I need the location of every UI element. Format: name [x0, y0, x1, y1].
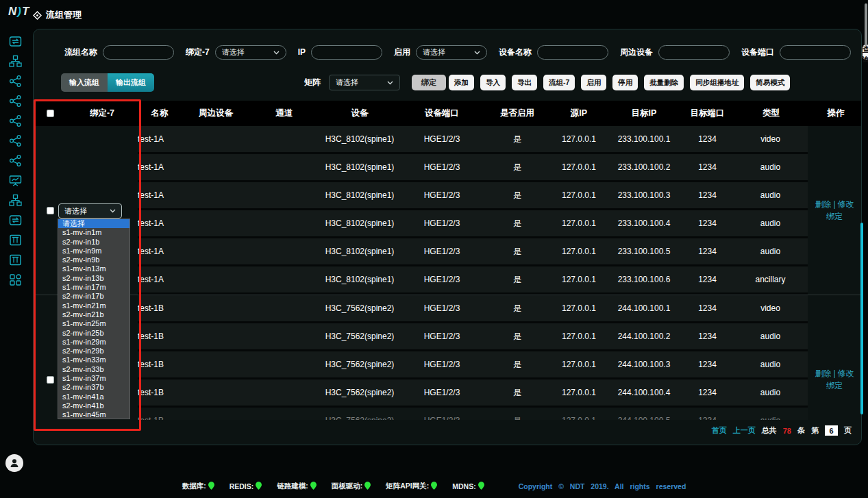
filter-field-4: 启用请选择	[394, 45, 487, 60]
toolbar-button-8[interactable]: 同步组播地址	[690, 75, 744, 90]
toolbar-button-1[interactable]: 添加	[449, 75, 474, 90]
table-row: test-1BH3C_7562(spine2)HGE1/2/3是127.0.0.…	[138, 295, 808, 323]
dropdown-option[interactable]: s2-mv-in21b	[58, 310, 129, 319]
bind-link[interactable]: 绑定	[826, 212, 843, 221]
filter-input[interactable]	[780, 45, 851, 60]
dropdown-option[interactable]: s1-mv-in9m	[58, 247, 129, 256]
delete-link[interactable]: 删除	[815, 369, 831, 378]
panel-grid-icon	[9, 253, 22, 266]
cell-dst-port: 1234	[682, 162, 733, 172]
prev-page-link[interactable]: 上一页	[733, 425, 756, 436]
stream-group-tabs: 输入流组输出流组	[61, 73, 154, 92]
filter-field-5: 设备名称	[499, 45, 608, 60]
filter-select[interactable]: 请选择	[416, 45, 487, 60]
tab-output-stream[interactable]: 输出流组	[108, 73, 154, 92]
tab-input-stream[interactable]: 输入流组	[61, 73, 108, 92]
table-scrollbar[interactable]	[860, 223, 863, 414]
filter-input[interactable]	[537, 45, 608, 60]
service-status-5: 矩阵API网关:	[386, 482, 437, 491]
filter-field-2: 绑定-7请选择	[186, 45, 286, 60]
cell-device-port: HGE1/2/3	[401, 303, 483, 313]
cell-dst-ip: 233.100.100.2	[606, 162, 682, 172]
dropdown-option[interactable]: s2-mv-in17b	[58, 292, 129, 301]
dropdown-option[interactable]: s2-mv-in9b	[58, 256, 129, 264]
dropdown-option[interactable]: s1-mv-in33m	[58, 356, 129, 364]
sidebar-item-12[interactable]	[8, 253, 23, 267]
filter-input[interactable]	[103, 45, 174, 60]
filter-label: 设备名称	[499, 47, 532, 58]
toolbar-button-5[interactable]: 启用	[581, 75, 606, 90]
status-green-pin-icon	[476, 482, 484, 491]
sidebar-item-9[interactable]	[8, 193, 23, 208]
sidebar-item-13[interactable]	[8, 273, 23, 287]
toolbar-button-2[interactable]: 导入	[480, 75, 506, 90]
filter-input[interactable]	[658, 45, 730, 60]
cell-type: audio	[733, 162, 808, 172]
filter-select[interactable]: 请选择	[215, 45, 286, 60]
dropdown-option[interactable]: s1-mv-in25m	[58, 319, 129, 328]
sidebar-item-8[interactable]	[8, 173, 23, 188]
cell-device-port: HGE1/2/3	[401, 388, 483, 397]
group-checkbox[interactable]	[47, 376, 54, 384]
dropdown-option[interactable]: s2-mv-in1b	[58, 238, 129, 247]
dropdown-option[interactable]: s2-mv-in37b	[58, 383, 129, 392]
sidebar	[0, 34, 30, 287]
toolbar-button-7[interactable]: 批量删除	[644, 75, 684, 90]
select-all-checkbox[interactable]	[47, 110, 54, 117]
matrix-select-value: 请选择	[336, 77, 358, 88]
page-number-input[interactable]	[825, 425, 838, 436]
bind-button[interactable]: 绑定	[412, 75, 446, 90]
delete-link[interactable]: 删除	[815, 199, 831, 209]
cell-name: test-1A	[138, 190, 182, 200]
dropdown-option[interactable]: s2-mv-in29b	[58, 347, 129, 356]
dropdown-option[interactable]: 请选择	[58, 219, 129, 228]
filter-input[interactable]	[311, 45, 382, 60]
cell-device-port: HGE1/2/3	[401, 190, 483, 200]
toolbar-button-3[interactable]: 导出	[512, 75, 537, 90]
dropdown-option[interactable]: s1-mv-in45m	[58, 410, 129, 419]
cell-type: ancillary	[733, 275, 808, 284]
dropdown-option[interactable]: s2-mv-in33b	[58, 365, 129, 374]
dropdown-option[interactable]: s2-mv-in25b	[58, 329, 129, 338]
query-button[interactable]: 查询	[863, 45, 868, 60]
column-header-1: 绑定-7	[66, 108, 138, 119]
dropdown-option[interactable]: s2-mv-in41b	[58, 401, 129, 410]
user-avatar[interactable]	[5, 454, 23, 472]
sidebar-item-2[interactable]	[8, 54, 23, 69]
matrix-select[interactable]: 请选择	[329, 75, 400, 90]
service-status-2: REDIS:	[230, 482, 262, 491]
squares-icon	[9, 273, 22, 286]
first-page-link[interactable]: 首页	[712, 425, 727, 436]
sidebar-item-7[interactable]	[8, 153, 23, 168]
sidebar-item-10[interactable]	[8, 213, 23, 227]
sidebar-item-6[interactable]	[8, 134, 23, 148]
dropdown-option[interactable]: s1-mv-in1m	[58, 228, 129, 237]
dropdown-option[interactable]: s1-mv-in13m	[58, 264, 129, 273]
logo-letter-t: T	[22, 5, 29, 18]
service-label: 链路建模:	[277, 482, 308, 491]
toolbar-button-9[interactable]: 简易模式	[750, 75, 790, 90]
modify-link[interactable]: 修改	[838, 369, 854, 378]
row-bind-select[interactable]: 请选择	[58, 203, 122, 219]
sidebar-item-11[interactable]	[8, 233, 23, 247]
filter-field-3: IP	[298, 45, 382, 60]
dropdown-option[interactable]: s1-mv-in17m	[58, 283, 129, 292]
modify-link[interactable]: 修改	[838, 199, 854, 209]
service-status-6: MDNS:	[452, 482, 484, 491]
dropdown-option[interactable]: s2-mv-in13b	[58, 274, 129, 283]
cell-device: H3C_8102(spine1)	[319, 134, 401, 144]
bind-link[interactable]: 绑定	[826, 381, 843, 390]
dropdown-scrollbar-thumb[interactable]	[865, 3, 867, 46]
dropdown-option[interactable]: s1-mv-in21m	[58, 301, 129, 310]
sidebar-item-4[interactable]	[8, 94, 23, 108]
dropdown-option[interactable]: s1-mv-in37m	[58, 374, 129, 383]
sidebar-item-1[interactable]	[8, 34, 23, 49]
dropdown-option[interactable]: s1-mv-in41a	[58, 393, 129, 401]
group-checkbox[interactable]	[47, 207, 54, 214]
sidebar-item-5[interactable]	[8, 114, 23, 128]
toolbar-button-4[interactable]: 流组-7	[543, 75, 575, 90]
sidebar-item-3[interactable]	[8, 74, 23, 88]
page-label: 第	[811, 425, 819, 436]
dropdown-option[interactable]: s1-mv-in29m	[58, 338, 129, 347]
toolbar-button-6[interactable]: 停用	[612, 75, 638, 90]
